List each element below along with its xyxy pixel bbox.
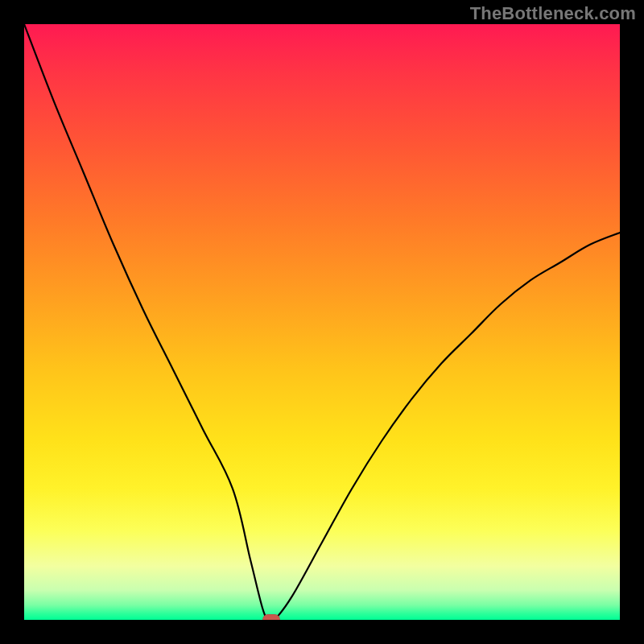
plot-area xyxy=(24,24,620,620)
optimum-marker xyxy=(262,614,280,620)
bottleneck-curve xyxy=(24,24,620,620)
chart-frame: TheBottleneck.com xyxy=(0,0,644,644)
watermark-text: TheBottleneck.com xyxy=(470,3,636,24)
